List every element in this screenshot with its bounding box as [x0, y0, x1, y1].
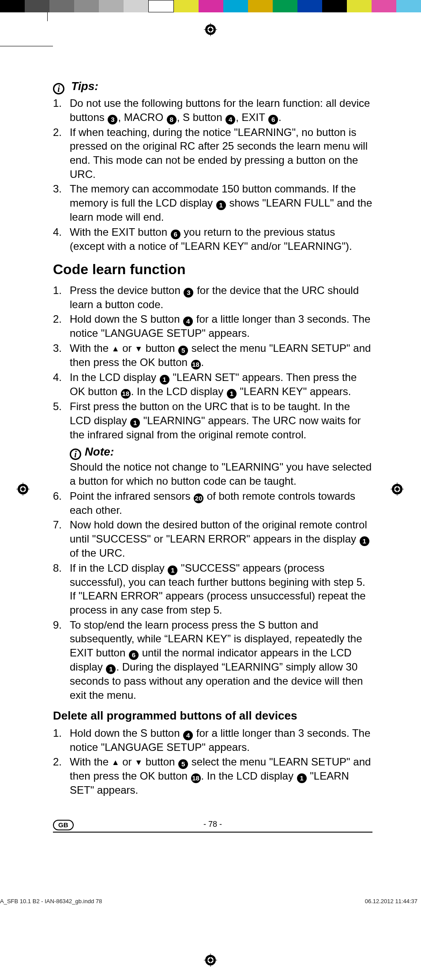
circled-number-icon: 3: [108, 115, 117, 124]
page-footer: GB - 78 -: [53, 819, 372, 833]
circled-number-icon: 8: [167, 115, 177, 124]
circled-number-icon: 4: [183, 731, 193, 740]
tips-list: Do not use the following buttons for the…: [53, 96, 372, 253]
circled-number-icon: 1: [297, 773, 307, 783]
info-icon: i: [70, 449, 81, 460]
circled-number-icon: 1: [106, 664, 116, 674]
circled-number-icon: 6: [171, 230, 180, 239]
delete-all-list: Hold down the S button 4 for a little lo…: [53, 726, 372, 797]
list-item: Point the infrared sensors 20 of both re…: [53, 489, 372, 517]
circled-number-icon: 18: [191, 773, 201, 783]
circled-number-icon: 1: [130, 418, 140, 428]
list-item: Hold down the S button 4 for a little lo…: [53, 312, 372, 340]
imprint-file: A_SFB 10.1 B2 - IAN-86342_gb.indd 78: [0, 898, 102, 905]
imprint-line: A_SFB 10.1 B2 - IAN-86342_gb.indd 78 06.…: [0, 859, 421, 908]
circled-number-icon: 3: [184, 288, 193, 298]
code-learn-list: Press the device button 3 for the device…: [53, 283, 372, 702]
list-item: With the ▲ or ▼ button 5 select the menu…: [53, 341, 372, 369]
tips-item: With the EXIT button 6 you return to the…: [53, 225, 372, 253]
tips-heading-text: Tips:: [71, 79, 98, 93]
circled-number-icon: 18: [191, 360, 201, 369]
page-number: - 78 -: [203, 820, 222, 829]
delete-all-heading: Delete all programmed buttons of all dev…: [53, 708, 372, 723]
circled-number-icon: 1: [360, 536, 369, 546]
up-arrow-icon: ▲: [112, 758, 120, 768]
list-item: In the LCD display 1 "LEARN SET" appears…: [53, 370, 372, 399]
list-item: To stop/end the learn process press the …: [53, 618, 372, 702]
circled-number-icon: 6: [268, 115, 278, 124]
circled-number-icon: 18: [121, 389, 131, 399]
tips-item: Do not use the following buttons for the…: [53, 96, 372, 124]
circled-number-icon: 4: [226, 115, 235, 124]
info-icon: i: [53, 83, 64, 94]
list-item: Press the device button 3 for the device…: [53, 283, 372, 312]
circled-number-icon: 5: [178, 346, 188, 355]
list-item: Hold down the S button 4 for a little lo…: [53, 726, 372, 754]
color-calibration-bar: [0, 0, 421, 12]
list-item: If in the LCD display 1 "SUCCESS" appear…: [53, 561, 372, 617]
list-item: Now hold down the desired button of the …: [53, 518, 372, 560]
note-text: Should the notice not change to "LEARNIN…: [70, 461, 372, 487]
circled-number-icon: 20: [194, 494, 203, 503]
region-badge: GB: [53, 820, 74, 830]
list-item: With the ▲ or ▼ button 5 select the menu…: [53, 755, 372, 797]
tips-heading: i Tips:: [53, 79, 372, 94]
circled-number-icon: 5: [178, 759, 188, 769]
page-content: i Tips: Do not use the following buttons…: [0, 12, 421, 859]
tips-item: The memory can accommodate 150 button co…: [53, 182, 372, 224]
down-arrow-icon: ▼: [135, 344, 143, 354]
imprint-timestamp: 06.12.2012 11:44:37: [365, 898, 417, 905]
note-heading: iNote:: [70, 445, 114, 458]
circled-number-icon: 1: [216, 200, 226, 210]
circled-number-icon: 4: [183, 317, 193, 326]
circled-number-icon: 1: [227, 389, 237, 399]
down-arrow-icon: ▼: [135, 758, 143, 768]
code-learn-heading: Code learn function: [53, 260, 372, 279]
circled-number-icon: 1: [168, 565, 177, 575]
up-arrow-icon: ▲: [112, 344, 120, 354]
circled-number-icon: 6: [129, 650, 139, 660]
tips-item: If when teaching, during the notice "LEA…: [53, 125, 372, 181]
list-item: First press the button on the URC that i…: [53, 400, 372, 488]
circled-number-icon: 1: [160, 375, 169, 384]
